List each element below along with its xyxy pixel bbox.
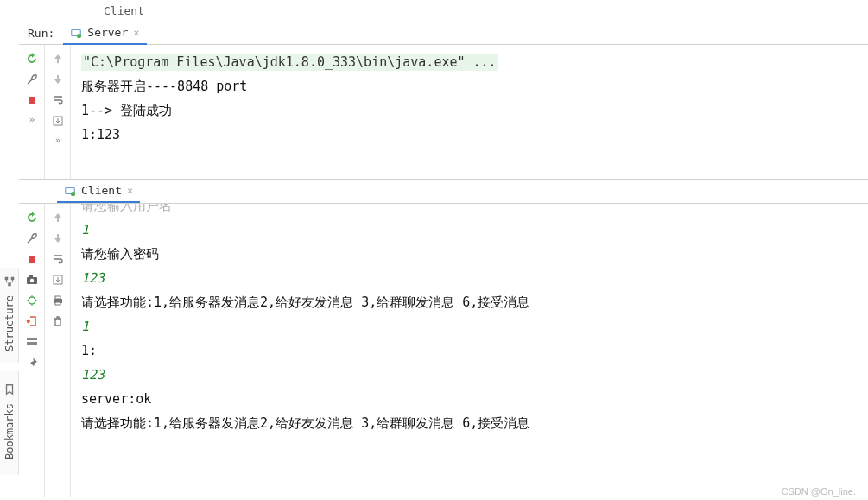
close-icon[interactable]: ×	[133, 27, 139, 39]
svg-rect-0	[4, 277, 8, 281]
run-tab-label: Server	[87, 26, 128, 39]
run-config-icon	[70, 27, 82, 39]
exit-icon[interactable]	[25, 314, 39, 328]
console-line: 1:123	[81, 123, 858, 147]
server-console[interactable]: "C:\Program Files\Java\jdk1.8.0_333\bin\…	[71, 45, 868, 179]
svg-rect-14	[27, 338, 37, 340]
bookmark-icon	[3, 383, 16, 396]
pin-icon[interactable]	[25, 356, 39, 370]
console-line: server:ok	[81, 387, 858, 411]
sidebar-tab-bookmarks[interactable]: Bookmarks	[0, 371, 19, 475]
console-line: 服务器开启----8848 port	[81, 74, 858, 98]
debug-icon[interactable]	[25, 294, 39, 307]
wrench-icon[interactable]	[25, 73, 39, 86]
console-line: 请选择功能:1,给服务器发消息2,给好友发消息 3,给群聊发消息 6,接受消息	[81, 411, 858, 435]
down-arrow-icon[interactable]	[51, 231, 65, 245]
scroll-to-end-icon[interactable]	[51, 114, 65, 128]
stop-icon[interactable]	[25, 252, 39, 266]
run-tab-server[interactable]: Server ×	[63, 22, 146, 45]
soft-wrap-icon[interactable]	[51, 93, 65, 107]
svg-rect-5	[29, 97, 35, 104]
sidebar-tab-structure[interactable]: Structure	[0, 268, 19, 363]
sidebar-label: Structure	[3, 295, 16, 351]
rerun-icon[interactable]	[25, 211, 39, 225]
svg-point-4	[77, 33, 81, 37]
up-arrow-icon[interactable]	[51, 52, 65, 66]
command-line: "C:\Program Files\Java\jdk1.8.0_333\bin\…	[81, 54, 498, 71]
client-run-panel: 请您输入用户名 1 请您输入密码 123 请选择功能:1,给服务器发消息2,给好…	[19, 204, 868, 497]
svg-rect-19	[55, 302, 60, 305]
more-icon[interactable]: »	[29, 114, 35, 125]
console-input: 1	[81, 314, 858, 339]
console-input: 1	[81, 218, 858, 242]
print-icon[interactable]	[51, 294, 65, 307]
layout-icon[interactable]	[25, 335, 39, 349]
server-actions-col1: »	[19, 45, 45, 179]
svg-rect-9	[29, 256, 35, 263]
stop-icon[interactable]	[25, 93, 39, 107]
server-actions-col2: »	[45, 45, 71, 179]
svg-point-8	[71, 191, 75, 195]
console-line: 1-->	[81, 103, 112, 118]
editor-tabs-row: Client	[0, 0, 868, 22]
console-input: 123	[81, 266, 858, 290]
more-icon[interactable]: »	[55, 135, 60, 146]
watermark: CSDN @On_line.	[782, 486, 856, 497]
console-line: 1:	[81, 339, 858, 363]
svg-rect-18	[55, 296, 60, 299]
run-toolbar: Run: Server ×	[19, 22, 868, 45]
console-line: 请您输入用户名	[81, 204, 858, 218]
console-line: 请您输入密码	[81, 242, 858, 266]
client-actions-col1	[19, 204, 45, 497]
svg-rect-12	[29, 275, 33, 277]
server-run-panel: » » "C:\Program Files\Java\jdk1.8.0_333\…	[19, 45, 868, 180]
soft-wrap-icon[interactable]	[51, 252, 65, 266]
trash-icon[interactable]	[51, 314, 65, 328]
console-line: 请选择功能:1,给服务器发消息2,给好友发消息 3,给群聊发消息 6,接受消息	[81, 290, 858, 314]
client-tab-row: Client ×	[19, 180, 868, 204]
console-line: 登陆成功	[112, 103, 172, 118]
console-input: 123	[81, 363, 858, 387]
run-tab-label: Client	[81, 184, 122, 197]
client-actions-col2	[45, 204, 71, 497]
client-console[interactable]: 请您输入用户名 1 请您输入密码 123 请选择功能:1,给服务器发消息2,给好…	[71, 204, 868, 497]
scroll-to-end-icon[interactable]	[51, 273, 65, 287]
down-arrow-icon[interactable]	[51, 73, 65, 86]
wrench-icon[interactable]	[25, 231, 39, 245]
editor-tab-client[interactable]: Client	[104, 4, 144, 17]
run-label: Run:	[19, 27, 63, 40]
up-arrow-icon[interactable]	[51, 211, 65, 225]
camera-icon[interactable]	[25, 273, 39, 287]
run-config-icon	[64, 185, 76, 197]
rerun-icon[interactable]	[25, 52, 39, 66]
run-tab-client[interactable]: Client ×	[57, 180, 140, 203]
sidebar-label: Bookmarks	[3, 403, 16, 459]
svg-point-11	[29, 279, 33, 282]
svg-rect-2	[8, 283, 11, 287]
structure-icon	[3, 275, 16, 288]
svg-rect-1	[10, 277, 14, 281]
close-icon[interactable]: ×	[127, 185, 133, 197]
svg-rect-15	[27, 342, 37, 345]
